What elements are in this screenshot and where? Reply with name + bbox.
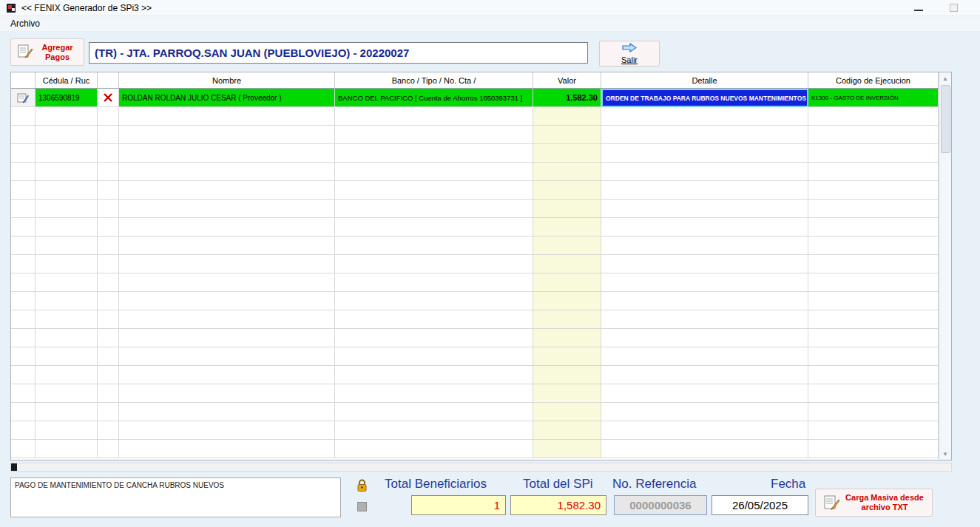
empty-grid-row [11, 181, 939, 200]
scroll-up-icon[interactable]: ▲ [939, 72, 951, 84]
cell-codigo [808, 126, 939, 144]
cell-detalle [601, 107, 808, 126]
cell-detalle [601, 126, 808, 144]
cell-banco [335, 163, 533, 181]
cell-delete [98, 218, 119, 237]
cell-nombre [119, 255, 335, 273]
cell-banco [335, 237, 533, 255]
cell-nombre [119, 292, 335, 310]
fecha-value[interactable]: 26/05/2025 [712, 495, 808, 515]
cell-banco [335, 347, 533, 366]
scroll-down-icon[interactable]: ▼ [939, 448, 951, 460]
cell-codigo [808, 273, 939, 292]
cell-valor [533, 237, 601, 255]
cell-detalle [601, 403, 808, 421]
cell-cedula [36, 107, 98, 126]
cell-icon [11, 163, 36, 181]
cell-codigo [808, 366, 939, 384]
cell-valor [533, 366, 601, 384]
cell-detalle [601, 200, 808, 218]
edit-row-icon[interactable] [11, 89, 36, 107]
cell-valor [533, 421, 601, 440]
vertical-scroll-thumb[interactable] [941, 85, 950, 153]
agregar-pagos-label: Agregar Pagos [37, 43, 78, 61]
minimize-button[interactable] [914, 5, 923, 11]
cell-delete [98, 347, 119, 366]
cell-valor [533, 440, 601, 458]
cell-cedula [36, 126, 98, 144]
cell-codigo [808, 163, 939, 181]
vertical-scrollbar[interactable]: ▲ ▼ [939, 72, 951, 460]
empty-grid-row [11, 200, 939, 218]
cell-cedula [36, 421, 98, 440]
column-header-delete [98, 72, 119, 88]
cell-valor [533, 329, 601, 347]
cell-cedula [36, 403, 98, 421]
cell-codigo [808, 255, 939, 273]
agregar-pagos-button[interactable]: Agregar Pagos [10, 38, 84, 66]
cell-nombre [119, 237, 335, 255]
maximize-button[interactable] [950, 4, 958, 12]
cell-banco [335, 292, 533, 310]
cell-valor [533, 384, 601, 403]
empty-grid-row [11, 403, 939, 421]
cell-icon [11, 292, 36, 310]
cell-icon [11, 384, 36, 403]
cell-cedula [36, 384, 98, 403]
no-referencia-label: No. Referencia [612, 477, 696, 492]
cell-codigo [808, 329, 939, 347]
cell-codigo [808, 218, 939, 237]
empty-grid-row [11, 218, 939, 237]
cell-detalle[interactable]: ORDEN DE TRABAJO PARA RUBROS NUEVOS MANT… [601, 89, 808, 107]
cell-codigo [808, 403, 939, 421]
cell-nombre [119, 200, 335, 218]
cell-detalle [601, 347, 808, 366]
grid-header-row: Cédula / RucNombreBanco / Tipo / No. Cta… [11, 72, 939, 89]
cell-icon [11, 329, 36, 347]
cell-detalle [601, 440, 808, 458]
cell-banco [335, 366, 533, 384]
cell-icon [11, 403, 36, 421]
cell-banco [335, 181, 533, 200]
cell-detalle [601, 329, 808, 347]
carga-masiva-button[interactable]: Carga Masiva desde archivo TXT [815, 489, 933, 517]
total-spi-label: Total del SPi [523, 477, 593, 492]
cell-delete [98, 384, 119, 403]
cell-detalle [601, 163, 808, 181]
cell-cedula [36, 237, 98, 255]
exit-arrow-icon [621, 43, 638, 55]
cell-valor [533, 347, 601, 366]
cell-nombre [119, 366, 335, 384]
cell-cedula [36, 329, 98, 347]
cell-banco [335, 310, 533, 329]
cell-cedula [36, 255, 98, 273]
payment-row: 1306590819ROLDAN ROLDAN JULIO CESAR ( Pr… [11, 89, 939, 107]
empty-grid-row [11, 310, 939, 329]
cell-detalle [601, 273, 808, 292]
entidad-header-field[interactable] [89, 42, 588, 64]
menu-archivo[interactable]: Archivo [7, 17, 43, 30]
cell-banco [335, 384, 533, 403]
window-controls [914, 4, 974, 12]
cell-cedula [36, 310, 98, 329]
cell-detalle [601, 181, 808, 200]
cell-banco [335, 200, 533, 218]
cell-delete [98, 421, 119, 440]
delete-row-icon[interactable] [98, 89, 119, 107]
cell-detalle [601, 255, 808, 273]
payment-description-textarea[interactable]: PAGO DE MANTENIMIENTO DE CANCHA RUBROS N… [10, 477, 341, 517]
cell-valor [533, 403, 601, 421]
horizontal-scroll-thumb[interactable] [11, 463, 17, 471]
grid-main: Cédula / RucNombreBanco / Tipo / No. Cta… [11, 72, 939, 460]
cell-nombre [119, 107, 335, 126]
empty-grid-row [11, 126, 939, 144]
cell-cedula [36, 181, 98, 200]
fecha-label: Fecha [771, 477, 805, 492]
salir-button[interactable]: Salir [599, 41, 660, 67]
cell-valor [533, 163, 601, 181]
horizontal-scrollbar[interactable] [10, 463, 952, 472]
cell-delete [98, 403, 119, 421]
cell-delete [98, 163, 119, 181]
cell-cedula [36, 292, 98, 310]
cell-valor [533, 181, 601, 200]
